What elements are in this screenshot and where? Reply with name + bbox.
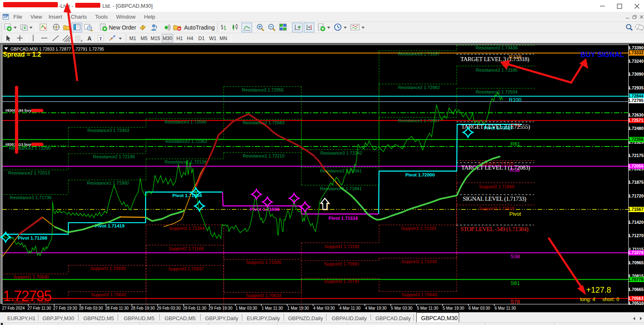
svg-text:1.72795: 1.72795 [3,288,51,304]
svg-text:Support1 1.70939: Support1 1.70939 [90,266,125,271]
svg-text:Support1 1.71005: Support1 1.71005 [246,260,281,265]
svg-text:Resistance1 1.72607: Resistance1 1.72607 [398,118,440,123]
svg-text:1.72356: 1.72356 [628,137,644,142]
svg-text:Resistance3 1.72590: Resistance3 1.72590 [165,119,206,124]
svg-text:1.70778: 1.70778 [628,277,644,282]
svg-text:1.70510: 1.70510 [628,301,644,306]
svg-text:1.72571: 1.72571 [628,118,644,123]
svg-text:1.72175: 1.72175 [628,153,644,158]
svg-text:1.72935: 1.72935 [628,85,644,90]
svg-text:28 Feb 19:30: 28 Feb 19:30 [131,306,155,310]
svg-text:5 Mar 19:30: 5 Mar 19:30 [443,306,464,310]
svg-text:Resistance2 1.72013: Resistance2 1.72013 [8,170,50,175]
svg-text:6 Mar 11:30: 6 Mar 11:30 [495,306,516,310]
svg-text:BUY SIGNAL: BUY SIGNAL [580,51,624,59]
svg-text:SIGNAL LEVEL (1.71733): SIGNAL LEVEL (1.71733) [463,195,526,202]
svg-text:1.70665: 1.70665 [628,287,644,292]
svg-text:Pivot: Pivot [509,211,521,217]
svg-text:+127.8: +127.8 [586,285,611,294]
svg-text:Resistance2 1.72362: Resistance2 1.72362 [165,139,207,144]
svg-text:1.71720: 1.71720 [628,193,644,198]
svg-text:S38: S38 [511,253,520,259]
svg-text:1.72630: 1.72630 [628,113,644,117]
svg-text:Support1 1.71192: Support1 1.71192 [324,244,360,249]
svg-text:R61: R61 [511,141,520,147]
svg-text:1.73090: 1.73090 [628,72,644,76]
svg-text:Resistance3 1.73357: Resistance3 1.73357 [398,51,440,56]
svg-text:1.72480: 1.72480 [628,126,644,131]
svg-text:S78: S78 [511,299,520,305]
svg-text:Resistance3 1.73436: Resistance3 1.73436 [476,45,517,50]
svg-text:1.71420: 1.71420 [628,220,644,225]
svg-text:Support3 1.71618: Support3 1.71618 [479,206,514,211]
svg-text:Support1 1.70840: Support1 1.70840 [13,274,49,279]
svg-text:Resistance1 1.71736: Resistance1 1.71736 [10,195,51,200]
svg-text:5 Mar 03:30: 5 Mar 03:30 [391,306,413,310]
svg-text:Support2 1.71018: Support2 1.71018 [401,259,436,264]
svg-text:#8307 113 buy: #8307 113 buy [5,142,32,147]
svg-text:1.71567: 1.71567 [628,207,644,212]
svg-text:Resistance3 1.72493: Resistance3 1.72493 [87,128,129,133]
svg-text:1.72795: 1.72795 [628,98,644,103]
svg-text:1.70563: 1.70563 [628,296,644,301]
svg-text:Resistance1 1.72210: Resistance1 1.72210 [243,153,284,158]
svg-text:29 Feb 11:30: 29 Feb 11:30 [183,306,207,310]
svg-text:1.71270: 1.71270 [628,233,644,238]
svg-text:1.73332: 1.73332 [628,50,644,55]
svg-text:4 Mar 11:30: 4 Mar 11:30 [339,306,361,310]
svg-text:1.72055: 1.72055 [628,164,644,168]
svg-text:1 Mar 03:30: 1 Mar 03:30 [235,306,257,310]
svg-text:Pivot 1.72000: Pivot 1.72000 [405,172,435,177]
svg-text:Resistance1 1.71900: Resistance1 1.71900 [87,181,129,185]
svg-text:1.71875: 1.71875 [628,180,644,185]
svg-text:1.73240: 1.73240 [628,59,644,64]
svg-text:1.73390: 1.73390 [628,45,644,50]
svg-text:28 Feb 03:30: 28 Feb 03:30 [79,306,103,310]
svg-text:29 Feb 03:30: 29 Feb 03:30 [157,306,181,310]
svg-text:Resistance1 1.72138: Resistance1 1.72138 [165,159,206,164]
svg-text:S61: S61 [511,280,520,286]
svg-text:Support3 1.70937: Support3 1.70937 [168,266,203,271]
svg-text:TARGET LEVEL 2 (1.72555): TARGET LEVEL 2 (1.72555) [461,123,530,130]
svg-text:R100: R100 [509,97,521,103]
svg-text:Pivot 1.71288: Pivot 1.71288 [18,236,47,240]
svg-text:1 Mar 11:30: 1 Mar 11:30 [262,306,283,310]
svg-text:28 Feb 11:30: 28 Feb 11:30 [105,306,129,310]
svg-text:29 Feb 19:30: 29 Feb 19:30 [209,306,233,310]
svg-text:TARGET LEVEL 1 (1.72083): TARGET LEVEL 1 (1.72083) [461,164,530,171]
svg-text:Resistance2 1.72041: Resistance2 1.72041 [320,168,362,173]
svg-text:Support1 1.71394: Support1 1.71394 [169,226,204,231]
svg-text:Support2 1.70642: Support2 1.70642 [91,292,126,297]
svg-text:27 Feb 11:30: 27 Feb 11:30 [28,306,51,310]
svg-text:Resistance3 1.72242: Resistance3 1.72242 [320,151,362,155]
svg-text:Support3 1.70643: Support3 1.70643 [402,292,437,297]
svg-text:short: 0: short: 0 [602,297,619,302]
svg-text:Support2 1.71869: Support2 1.71869 [479,184,514,189]
svg-text:long: 4: long: 4 [580,297,595,302]
svg-text:Pivot 1.71608: Pivot 1.71608 [250,207,280,212]
svg-text:Pivot 1.71516: Pivot 1.71516 [328,216,358,221]
svg-text:6 Mar 03:30: 6 Mar 03:30 [468,306,490,310]
svg-text:Support2 1.70633: Support2 1.70633 [246,293,281,298]
svg-text:Support3 1.70791: Support3 1.70791 [324,279,359,284]
svg-text:Resistance2 1.72196: Resistance2 1.72196 [93,154,135,159]
svg-text:4 Mar 03:30: 4 Mar 03:30 [313,306,335,310]
svg-text:Support1 1.71393: Support1 1.71393 [401,226,436,231]
svg-text:27 Feb 19:30: 27 Feb 19:30 [53,306,77,310]
svg-text:1.70965: 1.70965 [628,260,644,265]
svg-text:Support2 1.71166: Support2 1.71166 [169,246,204,251]
svg-text:Resistance2 1.72982: Resistance2 1.72982 [398,85,440,90]
svg-text:1.71079: 1.71079 [628,250,644,255]
svg-text:4 Mar 19:30: 4 Mar 19:30 [365,306,387,310]
svg-text:1 Mar 19:30: 1 Mar 19:30 [287,306,309,310]
svg-text:#8309 184 buy: #8309 184 buy [5,108,32,113]
svg-text:Resistance1 1.72934: Resistance1 1.72934 [476,89,517,94]
svg-text:TARGET LEVEL 3 (1.73318): TARGET LEVEL 3 (1.73318) [460,56,530,63]
svg-text:Resistance2 1.73185: Resistance2 1.73185 [476,68,517,72]
svg-text:Support2 1.70991: Support2 1.70991 [324,261,359,266]
svg-text:5 Mar 11:30: 5 Mar 11:30 [417,306,439,310]
svg-text:STOP LEVEL -349 (1.71384): STOP LEVEL -349 (1.71384) [460,226,528,233]
svg-text:27 Feb 2024: 27 Feb 2024 [2,306,25,310]
svg-text:Resistance3 1.72955: Resistance3 1.72955 [242,87,284,92]
